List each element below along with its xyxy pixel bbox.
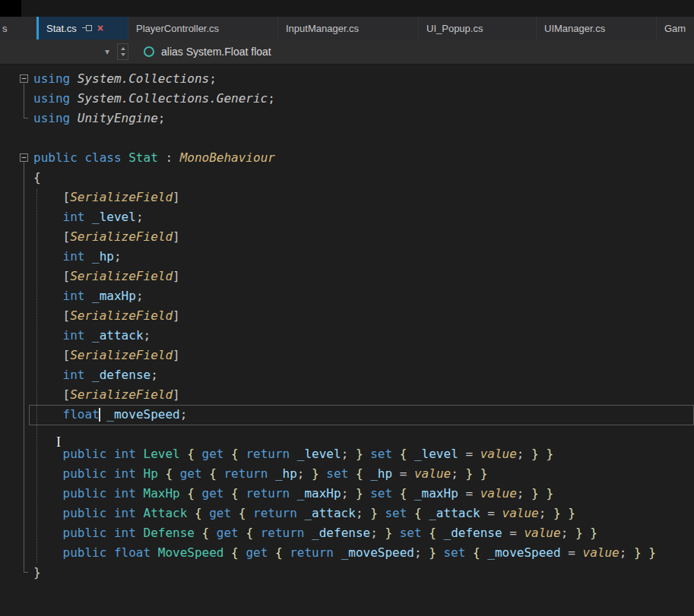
code-token: = <box>458 486 480 501</box>
code-token <box>84 328 92 343</box>
code-token: } } <box>465 466 487 481</box>
code-token: get <box>202 486 224 501</box>
code-line[interactable]: public int Hp { get { return _hp; } set … <box>0 464 694 484</box>
code-token: get <box>180 466 202 481</box>
code-token: } <box>312 466 326 481</box>
code-token: public int <box>63 466 144 481</box>
code-token: } <box>385 526 399 540</box>
chevron-down-icon: ▾ <box>105 46 109 57</box>
code-line[interactable]: [SerializeField] <box>0 188 694 207</box>
code-token: Stat <box>128 150 158 165</box>
code-line[interactable]: int _hp; <box>0 247 694 267</box>
code-token: ; <box>136 210 144 224</box>
member-dropdown[interactable]: alias System.Float float <box>144 46 271 58</box>
pin-icon[interactable] <box>82 24 92 32</box>
tab-partial[interactable]: s <box>0 17 36 39</box>
code-token: } } <box>634 545 656 560</box>
code-token: { <box>223 447 246 461</box>
window-titlebar <box>0 0 694 17</box>
alias-text: alias System.Float float <box>161 46 271 58</box>
code-token: ; <box>539 506 553 520</box>
code-token: { <box>422 526 444 540</box>
fold-collapse-icon[interactable]: − <box>20 153 28 162</box>
code-token: Level <box>144 447 180 461</box>
code-line[interactable]: int _defense; <box>0 365 694 385</box>
code-token: { <box>180 447 202 461</box>
code-token: _moveSpeed <box>341 545 414 560</box>
code-token: int <box>63 368 85 382</box>
code-token: ; <box>209 71 217 86</box>
code-line[interactable]: using System.Collections.Generic; <box>0 89 694 109</box>
code-token <box>33 289 63 303</box>
code-token <box>33 249 63 264</box>
code-line[interactable]: public float MoveSpeed { get { return _m… <box>0 543 694 563</box>
code-token: ; <box>356 506 370 520</box>
code-token: using <box>33 71 78 86</box>
code-line[interactable] <box>0 128 694 148</box>
code-token: [ <box>33 308 70 323</box>
code-line[interactable]: [SerializeField] <box>0 385 694 405</box>
code-token <box>84 210 92 224</box>
code-line[interactable]: using UnityEngine; <box>0 109 694 128</box>
code-line[interactable] <box>0 425 694 444</box>
code-token: { <box>180 486 202 501</box>
tab[interactable]: InputManager.cs <box>277 17 418 39</box>
tab-label: Gam <box>664 23 686 34</box>
code-token: [ <box>33 269 70 283</box>
code-token: _level <box>414 447 458 461</box>
code-token: ] <box>173 308 180 323</box>
code-token: set <box>385 506 407 520</box>
code-line[interactable]: public int MaxHp { get { return _maxHp; … <box>0 484 694 504</box>
code-line[interactable]: public int Attack { get { return _attack… <box>0 504 694 523</box>
close-icon[interactable]: × <box>97 23 103 33</box>
code-token: value <box>502 506 539 520</box>
tab[interactable]: PlayerController.cs <box>128 17 277 39</box>
code-line[interactable]: int _attack; <box>0 326 694 346</box>
code-token: SerializeField <box>70 190 173 204</box>
code-line[interactable]: [SerializeField] <box>0 267 694 286</box>
code-token: using <box>33 91 78 106</box>
tab-stat-cs[interactable]: Stat.cs × <box>36 17 128 39</box>
code-token: { <box>187 506 209 520</box>
code-editor[interactable]: −using System.Collections;using System.C… <box>0 65 694 616</box>
code-token: ; <box>114 249 122 264</box>
code-token: ; <box>517 486 531 501</box>
fold-collapse-icon[interactable]: − <box>20 74 28 83</box>
code-line[interactable]: int _maxHp; <box>0 286 694 306</box>
spinner-up-icon[interactable] <box>121 47 125 50</box>
code-token: { <box>392 486 414 501</box>
code-token: value <box>524 526 560 540</box>
code-token <box>304 526 312 540</box>
code-token: ; <box>297 466 312 481</box>
code-line[interactable]: int _level; <box>0 207 694 227</box>
code-token: _defense <box>312 526 370 540</box>
code-line[interactable]: float _moveSpeed; <box>0 405 694 425</box>
code-token: public int <box>63 447 144 461</box>
spinner-down-icon[interactable] <box>121 53 125 56</box>
code-line[interactable]: public int Level { get { return _level; … <box>0 444 694 464</box>
code-token: { <box>268 545 290 560</box>
code-token <box>33 486 63 501</box>
code-line[interactable]: [SerializeField] <box>0 306 694 326</box>
code-line[interactable]: [SerializeField] <box>0 346 694 365</box>
code-token: = <box>458 447 480 461</box>
tab[interactable]: Gam <box>656 17 694 39</box>
navigation-dropdown[interactable]: ▾ <box>0 39 114 64</box>
code-line[interactable]: [SerializeField] <box>0 227 694 247</box>
scroll-spinner[interactable] <box>117 43 128 60</box>
code-token: SerializeField <box>70 387 173 402</box>
code-line[interactable]: } <box>0 563 694 583</box>
code-token: SerializeField <box>70 269 173 283</box>
code-token: ; <box>414 545 429 560</box>
code-token: } } <box>531 486 553 501</box>
tab-label: UIManager.cs <box>544 23 605 34</box>
code-token: } <box>370 506 385 520</box>
tab[interactable]: UIManager.cs <box>536 17 656 39</box>
code-line[interactable]: −public class Stat : MonoBehaviour <box>0 148 694 168</box>
code-line[interactable]: −using System.Collections; <box>0 69 694 89</box>
code-line[interactable]: public int Defense { get { return _defen… <box>0 523 694 543</box>
tab[interactable]: UI_Popup.cs <box>418 17 536 39</box>
code-token: ; <box>180 407 188 422</box>
code-line[interactable]: { <box>0 168 694 188</box>
code-token: public int <box>63 506 144 520</box>
